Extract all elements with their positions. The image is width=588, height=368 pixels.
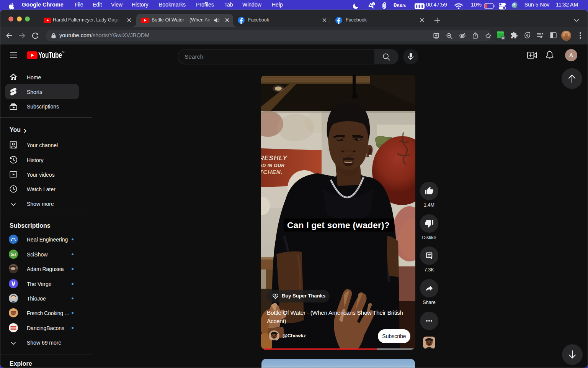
svg-text:$: $ bbox=[274, 294, 276, 298]
svg-text:Sci: Sci bbox=[11, 252, 16, 256]
svg-text:5: 5 bbox=[502, 36, 504, 39]
svg-text:Can I get some (wader)?: Can I get some (wader)? bbox=[287, 220, 390, 230]
